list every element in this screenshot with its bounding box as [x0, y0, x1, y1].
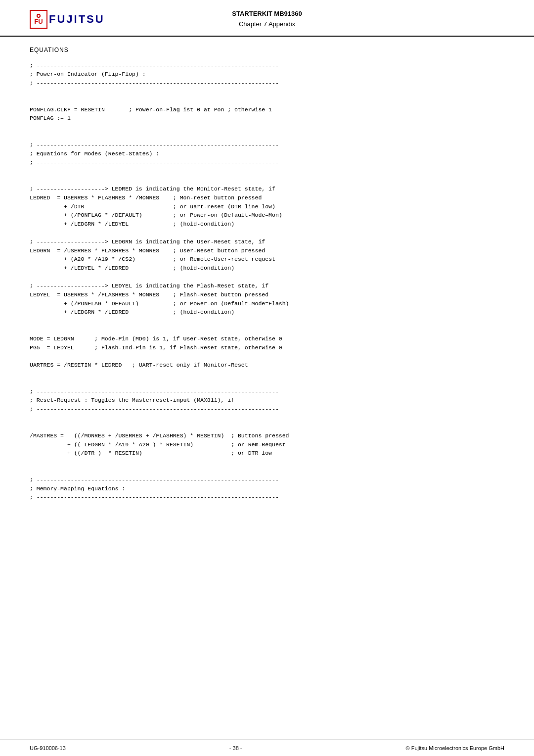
code-line — [30, 229, 504, 237]
page-footer: UG-910006-13 - 38 - © Fujitsu Microelect… — [0, 740, 534, 756]
fujitsu-logo: FU FUJITSU — [30, 10, 105, 29]
code-line: ; --------------------------------------… — [30, 141, 504, 149]
code-line — [30, 423, 504, 431]
page-header: FU FUJITSU STARTERKIT MB91360 Chapter 7 … — [0, 0, 534, 37]
code-line — [30, 326, 504, 334]
code-line: ; --------------------> LEDYEL is indica… — [30, 282, 504, 290]
code-line: PG5 = LEDYEL ; Flash-Ind-Pin is 1, if Fl… — [30, 343, 504, 352]
code-line — [30, 132, 504, 141]
code-line — [30, 273, 504, 282]
code-line: ; --------------------------------------… — [30, 405, 504, 414]
code-line — [30, 370, 504, 378]
logo-fu-text: FU — [34, 18, 43, 25]
code-line: + /DTR ; or uart-reset (DTR line low) — [30, 202, 504, 211]
logo-area: FU FUJITSU — [30, 10, 109, 29]
code-line: ; Equations for Modes (Reset-States) : — [30, 149, 504, 158]
code-line: /MASTRES = ((/MONRES + /USERRES + /FLASH… — [30, 431, 504, 440]
code-line: + /LEDYEL * /LEDRED ; (hold-condition) — [30, 264, 504, 273]
code-line — [30, 352, 504, 361]
code-line — [30, 96, 504, 105]
code-line: UARTRES = /RESETIN * LEDRED ; UART-reset… — [30, 361, 504, 370]
code-line: + /LEDGRN * /LEDRED ; (hold-condition) — [30, 308, 504, 317]
code-line: ; --------------------------------------… — [30, 475, 504, 484]
code-line: + (/PONFLAG * /DEFAULT) ; or Power-on (D… — [30, 211, 504, 220]
main-content: EQUATIONS ; ----------------------------… — [0, 37, 534, 532]
code-line: ; --------------------------------------… — [30, 79, 504, 88]
code-block: ; --------------------------------------… — [30, 61, 504, 502]
code-line: ; Power-on Indicator (Flip-Flop) : — [30, 70, 504, 79]
code-line: LEDRED = USERRES * FLASHRES * /MONRES ; … — [30, 193, 504, 202]
footer-copyright: © Fujitsu Microelectronics Europe GmbH — [406, 745, 504, 751]
code-line: + (/PONFLAG * DEFAULT) ; or Power-on (De… — [30, 299, 504, 308]
code-line: ; --------------------> LEDGRN is indica… — [30, 237, 504, 246]
code-line: + ((/DTR ) * RESETIN) ; or DTR low — [30, 449, 504, 458]
code-line: + /LEDGRN * /LEDYEL ; (hold-condition) — [30, 220, 504, 229]
section-label: EQUATIONS — [30, 47, 504, 53]
logo-box: FU — [30, 10, 47, 29]
code-line: PONFLAG.CLKF = RESETIN ; Power-on-Flag i… — [30, 105, 504, 114]
chapter-label: Chapter 7 Appendix — [109, 19, 425, 30]
code-line: ; --------------------------------------… — [30, 158, 504, 167]
logo-text: FUJITSU — [49, 13, 105, 26]
code-line — [30, 123, 504, 132]
code-line: LEDYEL = USERRES * /FLASHRES * MONRES ; … — [30, 290, 504, 299]
code-line: + (A20 * /A19 * /CS2) ; or Remote-User-r… — [30, 255, 504, 264]
code-line: PONFLAG := 1 — [30, 114, 504, 123]
header-title: STARTERKIT MB91360 Chapter 7 Appendix — [109, 9, 425, 30]
doc-title: STARTERKIT MB91360 — [109, 9, 425, 19]
code-line: LEDGRN = /USERRES * FLASHRES * MONRES ; … — [30, 246, 504, 255]
code-line — [30, 167, 504, 176]
code-line: ; --------------------------------------… — [30, 61, 504, 70]
code-line: ; --------------------> LEDRED is indica… — [30, 185, 504, 193]
logo-circle-icon — [37, 14, 41, 18]
code-line: ; --------------------------------------… — [30, 493, 504, 502]
code-line — [30, 467, 504, 475]
code-line — [30, 378, 504, 387]
code-line — [30, 414, 504, 423]
code-line: MODE = LEDGRN ; Mode-Pin (MD0) is 1, if … — [30, 334, 504, 343]
code-line: + (( LEDGRN * /A19 * A20 ) * RESETIN) ; … — [30, 440, 504, 449]
code-line — [30, 88, 504, 96]
code-line: ; --------------------------------------… — [30, 387, 504, 396]
code-line — [30, 176, 504, 185]
code-line — [30, 458, 504, 467]
code-line — [30, 317, 504, 326]
footer-page-number: - 38 - — [229, 745, 242, 751]
code-line: ; Memory-Mapping Equations : — [30, 484, 504, 493]
footer-doc-number: UG-910006-13 — [30, 745, 66, 751]
code-line: ; Reset-Request : Toggles the Masterrese… — [30, 396, 504, 405]
